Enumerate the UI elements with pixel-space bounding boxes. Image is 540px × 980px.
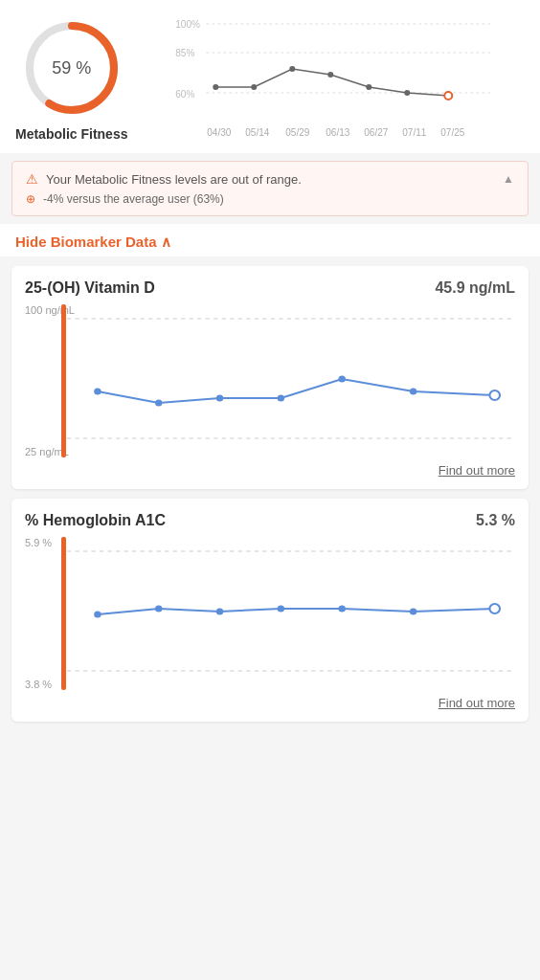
svg-text:07/25: 07/25: [441, 127, 465, 138]
circle-gauge: 59 %: [19, 15, 124, 121]
metabolic-score-area: 59 % Metabolic Fitness: [15, 15, 127, 142]
svg-point-36: [278, 606, 284, 612]
svg-point-17: [290, 66, 296, 72]
y-bottom-label-2: 3.8 %: [25, 679, 52, 690]
svg-text:04/30: 04/30: [208, 127, 232, 138]
svg-point-38: [410, 609, 416, 615]
svg-point-24: [94, 389, 101, 395]
find-out-more-link-1[interactable]: Find out more: [439, 463, 515, 478]
svg-text:85%: 85%: [176, 48, 195, 58]
alert-main-text: Your Metabolic Fitness levels are out of…: [46, 172, 495, 187]
range-bar-2: [61, 537, 66, 690]
svg-point-35: [216, 609, 223, 615]
percentage-label: 59 %: [52, 58, 91, 78]
biomarker-value-2: 5.3 %: [476, 512, 515, 529]
biomarker-name-2: % Hemoglobin A1C: [25, 512, 166, 529]
svg-text:06/27: 06/27: [365, 127, 389, 138]
sub-icon: ⊕: [26, 192, 35, 206]
svg-point-29: [410, 389, 416, 395]
svg-point-33: [94, 612, 101, 618]
svg-point-21: [445, 92, 453, 100]
alert-sub-text: -4% versus the average user (63%): [43, 192, 224, 206]
find-out-more-2[interactable]: Find out more: [25, 690, 515, 712]
svg-point-28: [338, 376, 345, 383]
svg-text:06/13: 06/13: [326, 127, 350, 138]
svg-text:05/14: 05/14: [246, 127, 270, 138]
svg-text:07/11: 07/11: [403, 127, 427, 138]
trend-chart: 100% 85% 60% 04/30 05/14 05/29 06/13 06/…: [143, 16, 525, 141]
hide-biomarker-section[interactable]: Hide Biomarker Data ∧: [0, 224, 540, 256]
warning-icon: ⚠: [26, 171, 38, 187]
svg-point-20: [405, 90, 411, 96]
vitaminD-chart: 100 ng/mL 25 ng/mL: [25, 304, 515, 457]
svg-point-39: [489, 604, 500, 613]
svg-text:100%: 100%: [176, 19, 201, 30]
svg-text:05/29: 05/29: [286, 127, 310, 138]
find-out-more-link-2[interactable]: Find out more: [439, 696, 515, 710]
svg-point-26: [216, 395, 223, 402]
svg-point-37: [338, 606, 345, 612]
svg-point-18: [328, 72, 334, 78]
biomarker-name-1: 25-(OH) Vitamin D: [25, 279, 155, 297]
svg-text:60%: 60%: [176, 89, 195, 100]
hba1c-chart: 5.9 % 3.8 %: [25, 537, 515, 690]
svg-point-30: [489, 390, 500, 400]
hide-biomarker-label[interactable]: Hide Biomarker Data ∧: [15, 234, 171, 250]
metabolic-title: Metabolic Fitness: [15, 126, 127, 142]
y-top-label-2: 5.9 %: [25, 537, 52, 548]
biomarker-card-vitaminD: 25-(OH) Vitamin D 45.9 ng/mL 100 ng/mL 2…: [11, 266, 529, 489]
top-section: 59 % Metabolic Fitness 100% 85% 60% 04/3…: [0, 0, 540, 153]
biomarker-card-hba1c: % Hemoglobin A1C 5.3 % 5.9 % 3.8 % Find …: [11, 499, 529, 722]
svg-point-15: [214, 84, 219, 90]
find-out-more-1[interactable]: Find out more: [25, 457, 515, 479]
svg-point-34: [155, 606, 162, 612]
svg-point-25: [155, 400, 162, 407]
svg-point-19: [367, 84, 372, 90]
svg-point-27: [278, 395, 284, 402]
alert-box: ⚠ Your Metabolic Fitness levels are out …: [11, 161, 529, 216]
biomarker-value-1: 45.9 ng/mL: [435, 279, 515, 297]
svg-point-16: [252, 84, 258, 90]
collapse-icon[interactable]: ▲: [503, 172, 514, 186]
range-bar-1: [61, 304, 66, 457]
